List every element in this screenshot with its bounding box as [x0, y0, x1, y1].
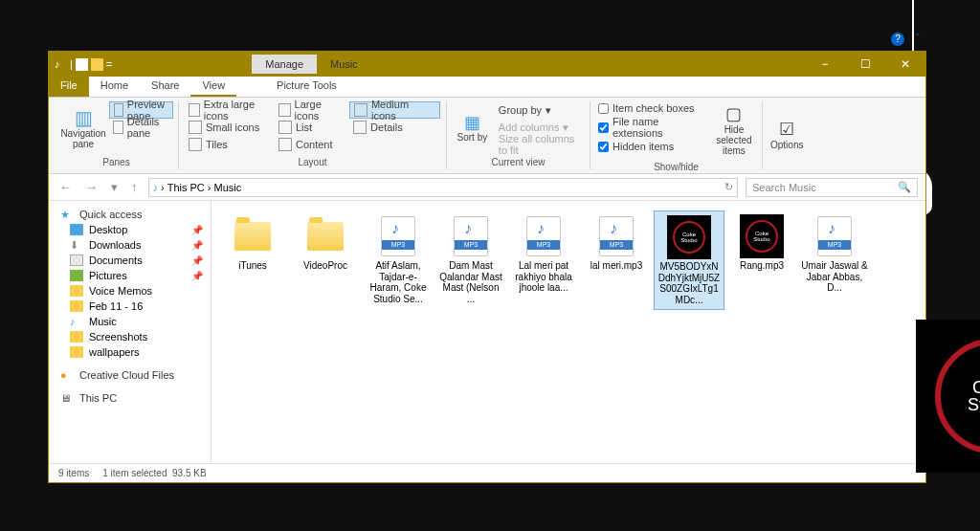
music-icon: ♪ [153, 182, 159, 193]
sidebar-item-music[interactable]: ♪Music [53, 314, 207, 329]
file-item[interactable]: ♪lal meri.mp3 [581, 210, 652, 310]
nav-pane-label: Navigation pane [60, 128, 105, 149]
minimize-button[interactable]: − [805, 52, 845, 77]
quick-access-toolbar[interactable]: ♪ | = [49, 58, 118, 71]
sidebar-quick-access[interactable]: ★Quick access [53, 207, 207, 222]
details-pane-label: Details pane [127, 116, 169, 139]
maximize-button[interactable]: ☐ [845, 52, 885, 77]
back-button[interactable]: ← [56, 180, 75, 194]
tab-home[interactable]: Home [89, 77, 140, 97]
sidebar-item-wallpapers[interactable]: wallpapers [53, 344, 207, 360]
status-bar: 9 items 1 item selected 93.5 KB [49, 463, 925, 482]
details-view-button[interactable]: Details [349, 119, 440, 136]
file-item[interactable]: iTunes [217, 210, 288, 310]
sidebar-item-voice-memos[interactable]: Voice Memos [53, 283, 207, 299]
search-input[interactable]: Search Music 🔍 [746, 178, 918, 197]
refresh-icon[interactable]: ↻ [724, 181, 733, 193]
folder-icon [91, 58, 103, 71]
up-button[interactable]: ↑ [128, 180, 141, 194]
tiles-label: Tiles [206, 139, 228, 150]
preview-pane-content: CokeStudıo [916, 320, 980, 473]
file-extensions-toggle[interactable]: File name extensions [596, 115, 709, 140]
tab-manage[interactable]: Manage [252, 55, 317, 74]
status-count: 9 items [58, 468, 89, 478]
addcol-label: Add columns [499, 122, 560, 133]
navigation-pane-button[interactable]: ▥Navigation pane [60, 101, 106, 155]
group-current-label: Current view [453, 155, 584, 169]
hide-selected-button[interactable]: ▢Hide selected items [712, 101, 756, 160]
address-bar-row: ← → ▾ ↑ ♪ › This PC › Music ↻ Search Mus… [49, 174, 925, 201]
file-item[interactable]: ♪Atif Aslam, Tajdar-e-Haram, Coke Studio… [363, 210, 434, 310]
file-item[interactable]: CokeStudıoMV5BODYxNDdhYjktMjU5ZS00ZGIxLT… [654, 210, 724, 310]
breadcrumb[interactable]: ♪ › This PC › Music ↻ [148, 178, 739, 197]
details-label: Details [370, 122, 403, 133]
file-item[interactable]: ♪Dam Mast Qalandar Mast Mast (Nelson ... [435, 210, 506, 310]
cc-label: Creative Cloud Files [79, 369, 174, 381]
hidden-label: Hidden items [612, 141, 674, 152]
content-button[interactable]: Content [275, 136, 346, 153]
size-columns-button[interactable]: Size all columns to fit [495, 136, 584, 153]
sort-by-button[interactable]: ▦Sort by [453, 101, 492, 155]
search-icon: 🔍 [898, 181, 911, 193]
sidebar-item-downloads[interactable]: ⬇Downloads📌 [53, 237, 207, 253]
music-icon: ♪ [55, 58, 67, 71]
tab-picture-tools[interactable]: Picture Tools [265, 77, 348, 97]
details-pane-button[interactable]: Details pane [109, 119, 173, 136]
close-button[interactable]: ✕ [885, 52, 925, 77]
options-button[interactable]: ☑Options [768, 101, 805, 169]
content-label: Content [296, 139, 333, 150]
hide-label: Hide selected items [714, 124, 754, 156]
explorer-window: ♪ | = Manage Music − ☐ ✕ File Home Share… [48, 51, 926, 483]
sidebar-item-feb-11---16[interactable]: Feb 11 - 16 [53, 299, 207, 314]
nav-sidebar: ★Quick access Desktop📌⬇Downloads📌Documen… [49, 201, 212, 463]
collapse-ribbon-icon[interactable]: ˆ [916, 33, 920, 44]
tiles-button[interactable]: Tiles [185, 136, 272, 153]
group-layout-label: Layout [185, 155, 440, 169]
quick-label: Quick access [79, 209, 142, 220]
file-item[interactable]: VideoProc [290, 210, 361, 310]
medium-icons-button[interactable]: Medium icons [349, 101, 440, 119]
ribbon-tabs: File Home Share View Picture Tools ? ˆ [49, 77, 925, 98]
sidebar-this-pc[interactable]: 🖥This PC [53, 390, 207, 406]
file-item[interactable]: CokeStudıoRang.mp3 [726, 210, 797, 310]
large-icons-button[interactable]: Large icons [275, 101, 346, 119]
small-icons-button[interactable]: Small icons [185, 119, 272, 136]
crumb-thispc[interactable]: This PC [167, 182, 205, 193]
options-label: Options [770, 140, 803, 150]
sm-label: Small icons [206, 122, 259, 133]
tab-view[interactable]: View [190, 77, 236, 97]
sidebar-creative-cloud[interactable]: ●Creative Cloud Files [53, 367, 207, 383]
extra-large-icons-button[interactable]: Extra large icons [185, 101, 272, 119]
recent-button[interactable]: ▾ [108, 180, 121, 194]
ext-label: File name extensions [612, 116, 707, 139]
file-grid[interactable]: iTunesVideoProc♪Atif Aslam, Tajdar-e-Har… [212, 201, 925, 463]
sidebar-item-documents[interactable]: Documents📌 [53, 253, 207, 268]
forward-button[interactable]: → [82, 180, 100, 194]
tab-file[interactable]: File [49, 77, 89, 97]
sidebar-item-screenshots[interactable]: Screenshots [53, 329, 207, 344]
tab-share[interactable]: Share [140, 77, 190, 97]
list-button[interactable]: List [275, 119, 346, 136]
hidden-items-toggle[interactable]: Hidden items [596, 140, 709, 153]
sidebar-item-desktop[interactable]: Desktop📌 [53, 222, 207, 237]
item-checkboxes-toggle[interactable]: Item check boxes [596, 101, 709, 115]
groupby-label: Group by [499, 104, 542, 116]
file-item[interactable]: ♪Lal meri pat rakhiyo bhala jhoole laa..… [508, 210, 579, 310]
group-by-button[interactable]: Group by ▾ [495, 101, 584, 119]
group-panes-label: Panes [60, 155, 172, 169]
tab-music-tools[interactable]: Music [317, 55, 371, 74]
titlebar: ♪ | = Manage Music − ☐ ✕ [49, 52, 925, 77]
check-label: Item check boxes [612, 102, 695, 114]
crumb-music[interactable]: Music [213, 182, 241, 193]
ribbon: ▥Navigation pane Preview pane Details pa… [49, 98, 925, 174]
file-item[interactable]: ♪Umair Jaswal & Jabar Abbas, D... [799, 210, 870, 310]
help-icon[interactable]: ? [891, 33, 904, 46]
status-selected: 1 item selected [102, 468, 167, 478]
sort-label: Sort by [457, 132, 488, 143]
sidebar-item-pictures[interactable]: Pictures📌 [53, 268, 207, 283]
pc-label: This PC [79, 392, 117, 404]
file-icon [76, 58, 88, 71]
status-size: 93.5 KB [172, 468, 207, 478]
group-showhide-label: Show/hide [596, 160, 756, 174]
list-label: List [296, 122, 312, 133]
